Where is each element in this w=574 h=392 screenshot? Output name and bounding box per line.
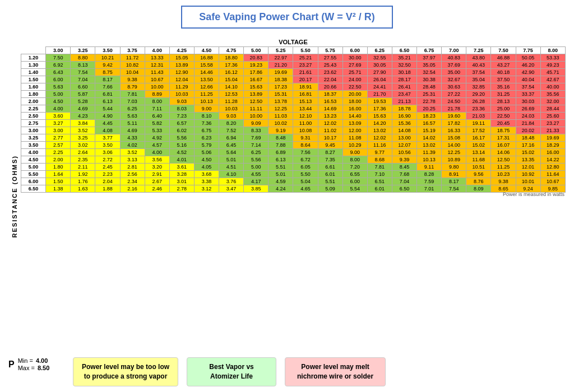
cell-r12-c5: 5.16 [169,142,194,149]
cell-r4-c6: 12.66 [194,83,219,91]
cell-r5-c1: 5.87 [71,91,95,98]
cell-r4-c7: 14.10 [219,83,244,91]
cell-r10-c15: 15.19 [417,127,442,134]
legend-red: Power level may meltnichrome wire or sol… [285,357,386,386]
cell-r7-c18: 25.00 [491,105,516,113]
cell-r13-c20: 16.00 [540,149,565,156]
voltage-header-5.00: 5.00 [244,47,269,54]
cell-r4-c16: 30.63 [442,83,466,91]
cell-r8-c11: 13.23 [318,113,342,120]
cell-r4-c1: 6.60 [71,83,95,91]
cell-r1-c0: 6.92 [46,62,71,69]
cell-r9-c17: 19.11 [466,120,491,127]
cell-r3-c0: 6.00 [46,76,71,83]
corner-cell [21,47,46,54]
cell-r17-c2: 2.04 [95,178,120,185]
cell-r1-c14: 32.50 [392,62,416,69]
cell-r12-c20: 18.29 [540,142,565,149]
cell-r6-c3: 7.03 [120,98,145,105]
cell-r9-c7: 8.20 [219,120,244,127]
resistance-1.60: 1.60 [21,83,46,91]
cell-r12-c8: 7.14 [244,142,269,149]
cell-r13-c10: 7.56 [293,149,318,156]
cell-r1-c17: 40.43 [466,62,491,69]
cell-r9-c3: 5.11 [120,120,145,127]
cell-r1-c18: 43.27 [491,62,516,69]
cell-r15-c9: 5.51 [269,164,293,171]
cell-r11-c18: 17.31 [491,134,516,142]
cell-r6-c9: 13.78 [269,98,293,105]
cell-r3-c19: 40.04 [516,76,540,83]
cell-r11-c2: 3.77 [95,134,120,142]
cell-r10-c20: 21.33 [540,127,565,134]
voltage-header-3.00: 3.00 [46,47,71,54]
cell-r15-c17: 10.51 [466,164,491,171]
cell-r16-c19: 10.92 [516,171,540,178]
cell-r0-c5: 15.05 [169,54,194,62]
cell-r7-c3: 6.25 [120,105,145,113]
cell-r13-c16: 12.25 [442,149,466,156]
cell-r11-c8: 7.69 [244,134,269,142]
cell-r7-c20: 28.44 [540,105,565,113]
cell-r5-c18: 31.25 [491,91,516,98]
cell-r14-c2: 2.72 [95,156,120,164]
cell-r16-c18: 10.23 [491,171,516,178]
cell-r11-c15: 14.02 [417,134,442,142]
cell-r10-c11: 11.02 [318,127,342,134]
cell-r10-c3: 4.69 [120,127,145,134]
cell-r8-c0: 3.60 [46,113,71,120]
cell-r10-c7: 7.52 [219,127,244,134]
cell-r0-c16: 40.83 [442,54,466,62]
cell-r6-c12: 18.00 [342,98,367,105]
cell-r15-c8: 5.00 [244,164,269,171]
cell-r4-c3: 8.79 [120,83,145,91]
watts-note: Power is measured in watts [21,192,564,197]
resistance-2.50: 2.50 [21,113,46,120]
resistance-1.30: 1.30 [21,62,46,69]
cell-r12-c1: 3.02 [71,142,95,149]
cell-r2-c10: 21.61 [293,69,318,76]
cell-r5-c6: 11.25 [194,91,219,98]
cell-r11-c6: 6.23 [194,134,219,142]
cell-r17-c11: 5.51 [318,178,342,185]
cell-r16-c17: 9.56 [466,171,491,178]
resistance-1.20: 1.20 [21,54,46,62]
cell-r1-c5: 13.89 [169,62,194,69]
cell-r8-c14: 16.90 [392,113,416,120]
cell-r0-c8: 20.83 [244,54,269,62]
cell-r4-c9: 17.23 [269,83,293,91]
cell-r8-c19: 24.03 [516,113,540,120]
cell-r0-c4: 13.33 [145,54,169,62]
cell-r16-c10: 5.50 [293,171,318,178]
cell-r3-c6: 13.50 [194,76,219,83]
cell-r14-c13: 8.68 [367,156,392,164]
cell-r10-c14: 14.08 [392,127,416,134]
cell-r3-c7: 15.04 [219,76,244,83]
cell-r13-c17: 13.14 [466,149,491,156]
cell-r12-c6: 5.79 [194,142,219,149]
cell-r15-c19: 12.01 [516,164,540,171]
cell-r2-c8: 17.86 [244,69,269,76]
cell-r7-c17: 23.36 [466,105,491,113]
cell-r2-c16: 35.00 [442,69,466,76]
cell-r3-c15: 30.38 [417,76,442,83]
cell-r1-c3: 10.82 [120,62,145,69]
voltage-header-5.50: 5.50 [293,47,318,54]
cell-r11-c1: 3.25 [71,134,95,142]
cell-r10-c18: 18.75 [491,127,516,134]
cell-r11-c16: 15.08 [442,134,466,142]
cell-r14-c20: 14.22 [540,156,565,164]
cell-r5-c7: 12.53 [219,91,244,98]
cell-r16-c14: 7.68 [392,171,416,178]
cell-r14-c3: 3.13 [120,156,145,164]
cell-r17-c0: 1.50 [46,178,71,185]
cell-r2-c19: 42.90 [516,69,540,76]
cell-r17-c3: 2.34 [120,178,145,185]
legend-yellow: Power level may be too lowto produce a s… [73,357,178,386]
voltage-header-7.50: 7.50 [491,47,516,54]
cell-r13-c2: 3.06 [95,149,120,156]
cell-r1-c2: 9.42 [95,62,120,69]
cell-r3-c4: 10.67 [145,76,169,83]
cell-r9-c13: 14.20 [367,120,392,127]
cell-r8-c2: 4.90 [95,113,120,120]
